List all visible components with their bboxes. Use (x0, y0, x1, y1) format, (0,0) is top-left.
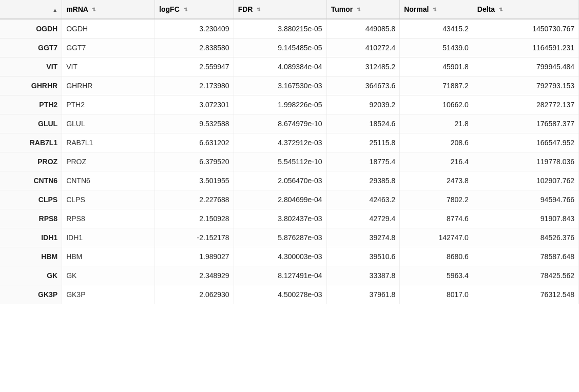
table-row: RPS8RPS82.1509283.802437e-0342729.48774.… (0, 209, 579, 228)
cell-row_header-13: GK (0, 266, 62, 285)
cell-normal-9: 7802.2 (400, 190, 473, 209)
cell-logfc-3: 2.173980 (155, 76, 234, 95)
cell-tumor-9: 42463.2 (326, 190, 400, 209)
sort-icon-mrna: ⇅ (92, 8, 96, 12)
cell-tumor-5: 18524.6 (326, 114, 400, 133)
col-header-logfc[interactable]: logFC ⇅ (155, 0, 234, 19)
cell-logfc-8: 3.501955 (155, 171, 234, 190)
cell-tumor-4: 92039.2 (326, 95, 400, 114)
cell-logfc-10: 2.150928 (155, 209, 234, 228)
cell-row_header-12: HBM (0, 247, 62, 266)
cell-logfc-0: 3.230409 (155, 19, 234, 38)
cell-fdr-13: 8.127491e-04 (234, 266, 326, 285)
col-header-tumor[interactable]: Tumor ⇅ (326, 0, 400, 19)
table-row: OGDHOGDH3.2304093.880215e-05449085.84341… (0, 19, 579, 38)
cell-mrna-4: PTH2 (62, 95, 155, 114)
cell-logfc-4: 3.072301 (155, 95, 234, 114)
cell-delta-7: 119778.036 (473, 152, 578, 171)
cell-mrna-1: GGT7 (62, 38, 155, 57)
col-header-delta[interactable]: Delta ⇅ (473, 0, 578, 19)
cell-normal-1: 51439.0 (400, 38, 473, 57)
cell-row_header-9: CLPS (0, 190, 62, 209)
cell-delta-11: 84526.376 (473, 228, 578, 247)
col-header-fdr[interactable]: FDR ⇅ (234, 0, 326, 19)
cell-fdr-2: 4.089384e-04 (234, 57, 326, 76)
cell-mrna-9: CLPS (62, 190, 155, 209)
cell-normal-12: 8680.6 (400, 247, 473, 266)
cell-mrna-8: CNTN6 (62, 171, 155, 190)
cell-normal-13: 5963.4 (400, 266, 473, 285)
cell-normal-8: 2473.8 (400, 171, 473, 190)
cell-tumor-7: 18775.4 (326, 152, 400, 171)
cell-fdr-5: 8.674979e-10 (234, 114, 326, 133)
cell-row_header-6: RAB7L1 (0, 133, 62, 152)
cell-logfc-11: -2.152178 (155, 228, 234, 247)
table-row: PTH2PTH23.0723011.998226e-0592039.210662… (0, 95, 579, 114)
col-label-logfc: logFC (159, 5, 180, 13)
cell-tumor-8: 29385.8 (326, 171, 400, 190)
cell-logfc-6: 6.631202 (155, 133, 234, 152)
cell-mrna-10: RPS8 (62, 209, 155, 228)
cell-delta-1: 1164591.231 (473, 38, 578, 57)
cell-fdr-11: 5.876287e-03 (234, 228, 326, 247)
col-label-mrna: mRNA (66, 5, 88, 13)
cell-normal-7: 216.4 (400, 152, 473, 171)
cell-tumor-3: 364673.6 (326, 76, 400, 95)
col-header-mrna[interactable]: mRNA ⇅ (62, 0, 155, 19)
cell-delta-3: 792793.153 (473, 76, 578, 95)
cell-fdr-1: 9.145485e-05 (234, 38, 326, 57)
table-row: GGT7GGT72.8385809.145485e-05410272.45143… (0, 38, 579, 57)
cell-delta-10: 91907.843 (473, 209, 578, 228)
cell-normal-14: 8017.0 (400, 285, 473, 304)
table-row: GHRHRGHRHR2.1739803.167530e-03364673.671… (0, 76, 579, 95)
col-label-tumor: Tumor (331, 5, 353, 13)
table-row: VITVIT2.5599474.089384e-04312485.245901.… (0, 57, 579, 76)
cell-mrna-3: GHRHR (62, 76, 155, 95)
cell-mrna-12: HBM (62, 247, 155, 266)
sort-icon-tumor: ⇅ (357, 8, 361, 12)
col-header-row[interactable]: ▲ (0, 0, 62, 19)
cell-row_header-4: PTH2 (0, 95, 62, 114)
cell-fdr-9: 2.804699e-04 (234, 190, 326, 209)
cell-delta-5: 176587.377 (473, 114, 578, 133)
cell-tumor-13: 33387.8 (326, 266, 400, 285)
cell-fdr-12: 4.300003e-03 (234, 247, 326, 266)
sort-up-icon: ▲ (52, 7, 57, 13)
sort-icon-delta: ⇅ (499, 8, 503, 12)
cell-delta-8: 102907.762 (473, 171, 578, 190)
col-label-normal: Normal (404, 5, 429, 13)
cell-tumor-14: 37961.8 (326, 285, 400, 304)
cell-delta-2: 799945.484 (473, 57, 578, 76)
cell-tumor-0: 449085.8 (326, 19, 400, 38)
table-header-row: ▲ mRNA ⇅ logFC ⇅ FDR ⇅ Tumor ⇅ (0, 0, 579, 19)
table-row: GK3PGK3P2.0629304.500278e-0337961.88017.… (0, 285, 579, 304)
col-label-fdr: FDR (238, 5, 253, 13)
cell-mrna-14: GK3P (62, 285, 155, 304)
cell-delta-0: 1450730.767 (473, 19, 578, 38)
cell-logfc-13: 2.348929 (155, 266, 234, 285)
cell-normal-6: 208.6 (400, 133, 473, 152)
cell-fdr-4: 1.998226e-05 (234, 95, 326, 114)
cell-row_header-0: OGDH (0, 19, 62, 38)
cell-logfc-14: 2.062930 (155, 285, 234, 304)
cell-logfc-1: 2.838580 (155, 38, 234, 57)
cell-row_header-3: GHRHR (0, 76, 62, 95)
table-row: CLPSCLPS2.2276882.804699e-0442463.27802.… (0, 190, 579, 209)
table-row: HBMHBM1.9890274.300003e-0339510.68680.67… (0, 247, 579, 266)
cell-fdr-14: 4.500278e-03 (234, 285, 326, 304)
table-row: PROZPROZ6.3795205.545112e-1018775.4216.4… (0, 152, 579, 171)
cell-row_header-11: IDH1 (0, 228, 62, 247)
cell-row_header-1: GGT7 (0, 38, 62, 57)
col-header-normal[interactable]: Normal ⇅ (400, 0, 473, 19)
cell-mrna-7: PROZ (62, 152, 155, 171)
cell-normal-0: 43415.2 (400, 19, 473, 38)
sort-icon-normal: ⇅ (433, 8, 437, 12)
table-row: GKGK2.3489298.127491e-0433387.85963.4784… (0, 266, 579, 285)
cell-tumor-2: 312485.2 (326, 57, 400, 76)
cell-normal-5: 21.8 (400, 114, 473, 133)
cell-logfc-12: 1.989027 (155, 247, 234, 266)
cell-delta-14: 76312.548 (473, 285, 578, 304)
cell-row_header-5: GLUL (0, 114, 62, 133)
cell-logfc-9: 2.227688 (155, 190, 234, 209)
col-label-delta: Delta (477, 5, 495, 13)
